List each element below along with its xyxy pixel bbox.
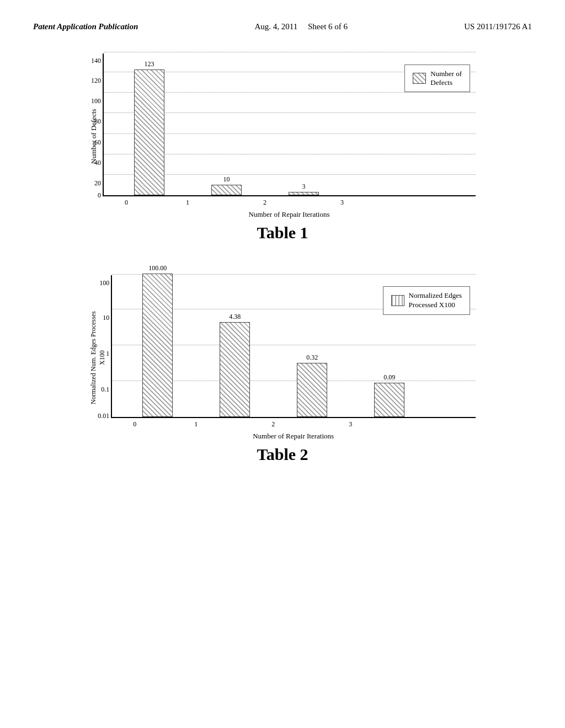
chart1-area: 0 20 40 60 80 100 — [103, 53, 476, 219]
chart1-wrapper: Number of Defects 0 20 40 60 — [89, 53, 476, 219]
x-tick-c1-3: 3 — [303, 199, 381, 207]
chart2-section: Normalized Num. Edges ProcessesX100 0.01… — [44, 275, 521, 475]
bar-log-3-label: 0.09 — [383, 373, 395, 382]
chart2-area: 0.01 0.1 1 10 100 100.00 — [111, 275, 476, 441]
bar-0: 123 — [134, 69, 164, 195]
chart1-section: Number of Defects 0 20 40 60 — [44, 53, 521, 253]
legend-label-2: Normalized EdgesProcessed X100 — [409, 291, 462, 310]
chart1-x-axis: 0 1 2 3 — [103, 199, 476, 207]
bar-0-label: 123 — [145, 60, 154, 68]
page-header: Patent Application Publication Aug. 4, 2… — [0, 0, 565, 42]
y-tick-log-01: 0.1 — [101, 386, 109, 394]
bar-2: 3 — [289, 192, 319, 195]
chart2-wrapper: Normalized Num. Edges ProcessesX100 0.01… — [89, 275, 476, 441]
x-tick-c1-1: 1 — [149, 199, 226, 207]
bar-2-label: 3 — [302, 183, 306, 191]
page-content: Number of Defects 0 20 40 60 — [0, 42, 565, 491]
publication-label: Patent Application Publication — [33, 22, 138, 31]
x-tick-c2-2: 2 — [234, 420, 312, 429]
publication-date: Aug. 4, 2011 — [254, 22, 297, 31]
x-tick-c1-2: 2 — [226, 199, 303, 207]
bar-log-0-label: 100.00 — [148, 264, 167, 272]
legend-label-1: Number ofDefects — [430, 69, 462, 87]
bar-log-2: 0.32 — [297, 363, 327, 417]
header-left: Patent Application Publication — [33, 22, 138, 31]
x-tick-c2-3: 3 — [312, 420, 389, 429]
y-tick-0: 0 — [98, 191, 101, 200]
y-tick-100: 100 — [91, 97, 101, 105]
bar-1: 10 — [211, 185, 242, 195]
chart1-title: Table 1 — [257, 223, 308, 242]
y-tick-20: 20 — [94, 179, 101, 187]
x-tick-c2-1: 1 — [157, 420, 234, 429]
header-center: Aug. 4, 2011 Sheet 6 of 6 — [254, 22, 348, 31]
bar-log-3: 0.09 — [374, 383, 404, 417]
legend-swatch-2 — [391, 295, 404, 306]
bar-log-1-label: 4.38 — [229, 313, 241, 321]
x-tick-c2-0: 0 — [112, 420, 157, 429]
chart2-x-axis: 0 1 2 3 — [111, 420, 476, 429]
y-tick-log-001: 0.01 — [98, 412, 109, 420]
y-tick-log-10: 10 — [103, 314, 109, 322]
bar-log-2-label: 0.32 — [306, 354, 318, 362]
x-tick-c1-0: 0 — [104, 199, 149, 207]
y-tick-40: 40 — [94, 158, 101, 167]
chart2-title: Table 2 — [257, 445, 308, 464]
grid-140: 140 — [104, 52, 476, 52]
y-tick-80: 80 — [94, 117, 101, 126]
y-tick-120: 120 — [91, 77, 101, 85]
header-right: US 2011/191726 A1 — [464, 22, 532, 31]
bar-log-1: 4.38 — [220, 322, 250, 417]
y-tick-log-100: 100 — [99, 279, 109, 287]
chart2-x-label: Number of Repair Iterations — [111, 432, 476, 441]
chart2-legend: Normalized EdgesProcessed X100 — [383, 286, 470, 315]
bar-1-label: 10 — [223, 175, 230, 184]
patent-number: US 2011/191726 A1 — [464, 22, 532, 31]
chart1-plot: 0 20 40 60 80 100 — [103, 53, 476, 196]
y-tick-140: 140 — [91, 57, 101, 65]
chart2-plot: 0.01 0.1 1 10 100 100.00 — [111, 275, 476, 418]
chart1-x-label: Number of Repair Iterations — [103, 210, 476, 219]
y-tick-60: 60 — [94, 138, 101, 146]
y-tick-log-1: 1 — [106, 350, 109, 358]
sheet-number: Sheet 6 of 6 — [308, 22, 348, 31]
bar-log-0: 100.00 — [142, 274, 173, 417]
legend-swatch-1 — [413, 73, 426, 84]
chart1-legend: Number ofDefects — [404, 65, 470, 92]
